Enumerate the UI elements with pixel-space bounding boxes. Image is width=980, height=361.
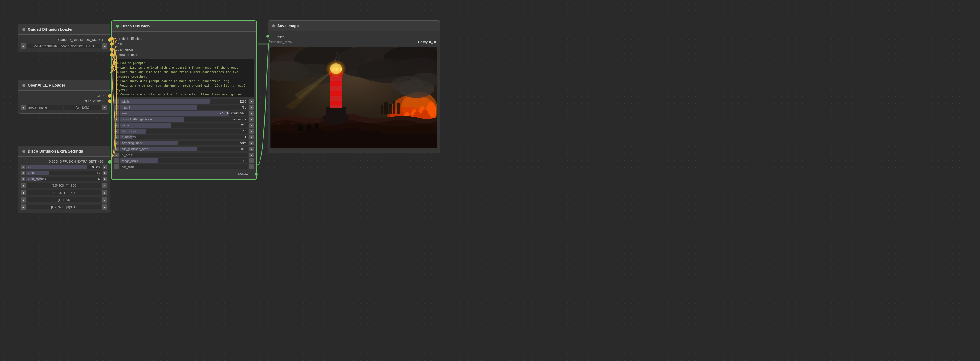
- height-prev-button[interactable]: ◄: [114, 105, 119, 110]
- sampling-mode-next-button[interactable]: ►: [249, 141, 254, 145]
- tv-scale-next-button[interactable]: ►: [249, 153, 254, 157]
- disco-extra-settings-node: Disco Diffusion Extra Settings DISCO_DIF…: [18, 146, 110, 213]
- sampling-mode-value: ddim: [240, 142, 246, 145]
- param-row-range-scale: ◄ range_scale 150 ►: [112, 158, 256, 164]
- cutn-batches-label: cutn_batches: [28, 178, 46, 181]
- clip-node-title: OpenAI CLIP Loader: [28, 83, 65, 87]
- n-batches-prev-button[interactable]: ◄: [114, 135, 119, 140]
- height-fill: [120, 105, 197, 110]
- port-label-clip-vision: CLIP_VISION: [84, 99, 104, 103]
- control-after-generate-next-button[interactable]: ►: [249, 117, 254, 122]
- clip-model-next-button[interactable]: ►: [102, 105, 107, 110]
- cut-innercut-next-button[interactable]: ►: [102, 190, 107, 196]
- disco-diffusion-node: Disco Diffusion guided_diffusion clip cl…: [111, 20, 257, 180]
- cut-overview-prev-button[interactable]: ◄: [21, 183, 26, 188]
- eta-fill: [27, 165, 86, 170]
- cutn-prev-button[interactable]: ◄: [21, 171, 25, 175]
- range-scale-next-button[interactable]: ►: [249, 159, 254, 163]
- cutn-batches-next-button[interactable]: ►: [103, 177, 107, 181]
- seed-prev-button[interactable]: ◄: [114, 111, 119, 116]
- port-extra-settings-label: extra_settings: [115, 53, 138, 57]
- clip-guidance-scale-prev-button[interactable]: ◄: [114, 146, 119, 151]
- clip-guidance-scale-next-button[interactable]: ►: [249, 146, 254, 151]
- width-label: width: [122, 100, 129, 103]
- model-next-button[interactable]: ►: [102, 43, 107, 49]
- steps-next-button[interactable]: ►: [249, 123, 254, 127]
- width-prev-button[interactable]: ◄: [114, 99, 119, 104]
- input-port-clip-vision[interactable]: [110, 48, 114, 51]
- save-image-title: Save Image: [277, 24, 299, 28]
- input-port-image[interactable]: [266, 35, 269, 38]
- cutn-bar[interactable]: cutn 16: [27, 171, 102, 175]
- steps-bar[interactable]: steps 250: [120, 123, 248, 127]
- skip-steps-bar[interactable]: skip_steps 10: [120, 129, 248, 134]
- steps-prev-button[interactable]: ◄: [114, 123, 119, 127]
- sat-scale-bar[interactable]: sat_scale 0: [120, 164, 248, 169]
- skip-steps-next-button[interactable]: ►: [249, 129, 254, 134]
- range-scale-bar[interactable]: range_scale 150: [120, 159, 248, 163]
- cut-overview-next-button[interactable]: ►: [102, 183, 107, 188]
- height-next-button[interactable]: ►: [249, 105, 254, 110]
- tv-scale-prev-button[interactable]: ◄: [114, 153, 119, 157]
- input-ports-container: guided_diffusion clip clip_vision extra_…: [112, 36, 256, 57]
- param-row-n-batches: ◄ n_batches 1 ►: [112, 134, 256, 140]
- seed-next-button[interactable]: ►: [249, 111, 254, 116]
- control-after-generate-prev-button[interactable]: ◄: [114, 117, 119, 122]
- seed-bar[interactable]: seed 9770340009024446: [120, 111, 248, 116]
- sat-scale-prev-button[interactable]: ◄: [114, 164, 119, 169]
- filename-prefix-value[interactable]: ComfyUI_DD: [418, 40, 438, 44]
- cutn-next-button[interactable]: ►: [103, 171, 107, 175]
- seed-label: seed: [122, 112, 129, 115]
- clip-guidance-scale-bar[interactable]: clip_guidance_scale 5000: [120, 146, 248, 151]
- range-scale-value: 150: [241, 159, 246, 163]
- cut-innercut-prev-button[interactable]: ◄: [21, 190, 26, 196]
- skip-steps-prev-button[interactable]: ◄: [114, 129, 119, 134]
- image-input-label: images: [274, 35, 284, 38]
- eta-prev-button[interactable]: ◄: [21, 165, 25, 170]
- cut-icgray-p-next-button[interactable]: ►: [102, 204, 107, 210]
- param-row-cutn-batches: ◄ cutn_batches 4 ►: [18, 176, 110, 182]
- height-bar[interactable]: height 768: [120, 105, 248, 110]
- cut-ic-pow-next-button[interactable]: ►: [102, 197, 107, 202]
- sampling-mode-bar[interactable]: sampling_mode ddim: [120, 141, 248, 145]
- n-batches-bar[interactable]: n_batches 1: [120, 135, 248, 140]
- width-next-button[interactable]: ►: [249, 99, 254, 104]
- sampling-mode-prev-button[interactable]: ◄: [114, 141, 119, 145]
- control-after-generate-bar[interactable]: control_after_generate randomize: [120, 117, 248, 122]
- tv-scale-bar[interactable]: tv_scale 0: [120, 153, 248, 157]
- openai-clip-loader-node: OpenAI CLIP Loader CLIP CLIP_VISION ◄ mo…: [18, 80, 110, 114]
- cutn-batches-prev-button[interactable]: ◄: [21, 177, 25, 181]
- sat-scale-value: 0: [244, 165, 246, 169]
- range-scale-prev-button[interactable]: ◄: [114, 159, 119, 163]
- input-port-extra-settings[interactable]: [110, 53, 114, 57]
- param-row-eta: ◄ eta 0.800 ►: [18, 164, 110, 170]
- n-batches-next-button[interactable]: ►: [249, 135, 254, 140]
- model-prev-button[interactable]: ◄: [21, 43, 26, 49]
- extra-settings-output-row: DISCO_DIFFUSION_EXTRA_SETTINGS: [18, 159, 110, 164]
- cut-icgray-p-prev-button[interactable]: ◄: [21, 204, 26, 210]
- sat-scale-next-button[interactable]: ►: [249, 164, 254, 169]
- cut-ic-pow-prev-button[interactable]: ◄: [21, 197, 26, 202]
- input-port-clip[interactable]: [110, 42, 114, 46]
- param-row-control-after-generate: ◄ control_after_generate randomize ►: [112, 116, 256, 122]
- eta-bar[interactable]: eta 0.800: [27, 165, 102, 170]
- width-bar[interactable]: width 1280: [120, 99, 248, 104]
- cutn-batches-bar[interactable]: cutn_batches 4: [27, 177, 102, 181]
- input-port-guided-diffusion[interactable]: [110, 37, 114, 40]
- port-row-guided-diffusion: guided_diffusion: [112, 36, 256, 41]
- clip-model-control-row: ◄ model_name ViT-B/32 ►: [18, 104, 110, 111]
- clip-node-body: CLIP CLIP_VISION ◄ model_name ViT-B/32 ►: [18, 91, 110, 113]
- eta-next-button[interactable]: ►: [103, 165, 107, 170]
- port-clip-vision-label: clip_vision: [115, 48, 133, 51]
- filename-prefix-label: filename_prefix: [270, 40, 417, 44]
- tv-scale-value: 0: [244, 153, 246, 157]
- output-port-image[interactable]: [255, 173, 258, 176]
- steps-value: 250: [241, 124, 246, 127]
- image-output-label: IMAGE: [237, 172, 248, 176]
- svg-rect-31: [389, 104, 392, 114]
- clip-model-prev-button[interactable]: ◄: [21, 105, 26, 110]
- svg-rect-16: [326, 107, 347, 120]
- save-image-header: Save Image: [268, 21, 440, 31]
- clip-node-status-dot: [22, 84, 25, 87]
- prompt-text-area[interactable]: # How to prompt: # Each line is prefixed…: [114, 59, 254, 97]
